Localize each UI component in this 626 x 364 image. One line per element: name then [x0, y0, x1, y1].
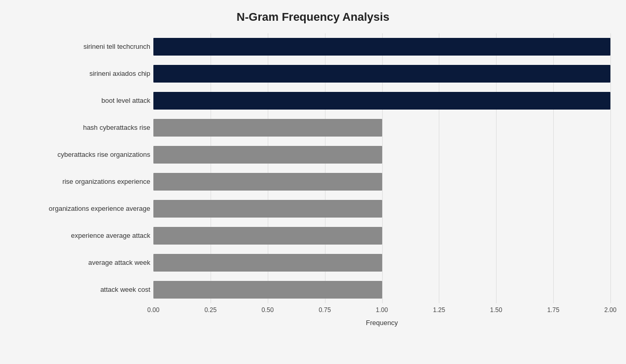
- bar-row: [153, 279, 610, 301]
- y-label: average attack week: [16, 249, 150, 276]
- y-labels: sirineni tell techcrunchsirineni axiados…: [16, 33, 153, 303]
- chart-title: N-Gram Frequency Analysis: [16, 10, 610, 24]
- y-label: hash cyberattacks rise: [16, 114, 150, 141]
- y-label: rise organizations experience: [16, 168, 150, 195]
- bar: [153, 92, 610, 110]
- x-tick: 1.00: [376, 306, 388, 314]
- bar-row: [153, 198, 610, 220]
- y-label: organizations experience average: [16, 195, 150, 222]
- bar-row: [153, 90, 610, 112]
- bar: [153, 200, 382, 218]
- bar: [153, 38, 610, 56]
- x-tick: 2.00: [604, 306, 616, 314]
- bars-section: sirineni tell techcrunchsirineni axiados…: [16, 33, 610, 303]
- bar-row: [153, 171, 610, 193]
- y-label: sirineni tell techcrunch: [16, 33, 150, 60]
- bar: [153, 281, 382, 299]
- x-tick: 0.00: [147, 306, 159, 314]
- x-tick: 1.25: [433, 306, 445, 314]
- y-label: cyberattacks rise organizations: [16, 141, 150, 168]
- bar-row: [153, 36, 610, 58]
- bar-row: [153, 252, 610, 274]
- x-axis-label: Frequency: [153, 319, 610, 327]
- grid-line: [610, 33, 611, 303]
- bar-row: [153, 117, 610, 139]
- bars-and-grid: [153, 33, 610, 303]
- y-label: sirineni axiados chip: [16, 60, 150, 87]
- bar-row: [153, 144, 610, 166]
- chart-container: N-Gram Frequency Analysis sirineni tell …: [0, 0, 626, 364]
- bar-row: [153, 225, 610, 247]
- bar: [153, 254, 382, 272]
- bar: [153, 227, 382, 245]
- x-tick: 0.50: [262, 306, 273, 314]
- chart-area: sirineni tell techcrunchsirineni axiados…: [16, 33, 610, 325]
- x-tick: 1.75: [547, 306, 559, 314]
- bar-row: [153, 63, 610, 85]
- y-label: experience average attack: [16, 222, 150, 249]
- y-label: attack week cost: [16, 276, 150, 303]
- bar: [153, 146, 382, 164]
- bar-rows: [153, 33, 610, 303]
- bar: [153, 173, 382, 191]
- x-tick: 0.25: [204, 306, 216, 314]
- x-tick: 0.75: [319, 306, 331, 314]
- bar: [153, 119, 382, 137]
- y-label: boot level attack: [16, 87, 150, 114]
- x-tick: 1.50: [490, 306, 502, 314]
- bar: [153, 65, 610, 83]
